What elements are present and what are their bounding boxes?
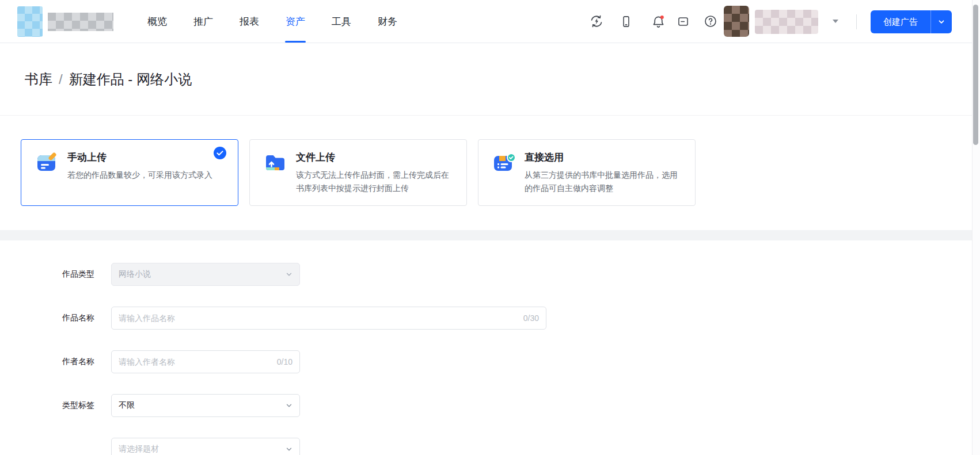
upload-method-cards: 手动上传 若您的作品数量较少，可采用该方式录入 文件上传 该方式无法上传作品封面… [0, 116, 980, 230]
direct-select-icon [492, 151, 515, 174]
breadcrumb-separator: / [59, 71, 63, 87]
work-type-label: 作品类型 [62, 269, 102, 280]
notification-dot [660, 16, 663, 19]
logo-mark [17, 6, 43, 37]
form-row-work-name: 作品名称 0/30 [62, 307, 980, 330]
theme-select[interactable]: 请选择题材 [111, 438, 300, 455]
author-name-label: 作者名称 [62, 357, 102, 367]
work-type-value: 网络小说 [119, 269, 151, 280]
create-ad-label: 创建广告 [871, 17, 930, 28]
author-name-input[interactable] [111, 350, 300, 373]
selected-check-icon [214, 147, 226, 159]
work-name-label: 作品名称 [62, 313, 102, 323]
card-description: 从第三方提供的书库中批量选用作品，选用的作品可自主做内容调整 [525, 169, 683, 195]
form-row-work-type: 作品类型 网络小说 [62, 263, 980, 286]
breadcrumb-library[interactable]: 书库 [25, 70, 52, 89]
card-direct-select[interactable]: 直接选用 从第三方提供的书库中批量选用作品，选用的作品可自主做内容调整 [478, 139, 696, 206]
create-ad-dropdown[interactable] [931, 18, 952, 25]
type-tag-select[interactable]: 不限 [111, 394, 300, 417]
nav-item-reports[interactable]: 报表 [240, 0, 259, 43]
author-name-counter: 0/10 [277, 357, 293, 366]
work-name-counter: 0/30 [523, 313, 539, 323]
type-tag-label: 类型标签 [62, 400, 102, 411]
card-title: 直接选用 [525, 151, 683, 164]
file-upload-icon [264, 151, 287, 174]
form-row-author-name: 作者名称 0/10 [62, 350, 980, 373]
card-description: 该方式无法上传作品封面，需上传完成后在书库列表中按提示进行封面上传 [296, 169, 455, 195]
chevron-down-icon [286, 402, 293, 409]
manual-upload-icon [35, 151, 58, 174]
page-title: 新建作品 - 网络小说 [69, 70, 192, 89]
account-name-blurred[interactable] [755, 10, 818, 34]
chevron-down-icon [286, 271, 293, 278]
work-type-select[interactable]: 网络小说 [111, 263, 300, 286]
nav-item-promotion[interactable]: 推广 [193, 0, 213, 43]
type-tag-value: 不限 [119, 400, 135, 411]
nav-item-tools[interactable]: 工具 [332, 0, 351, 43]
section-divider-band [0, 230, 972, 240]
card-title: 手动上传 [67, 151, 212, 164]
header-divider [856, 14, 857, 29]
title-section: 书库 / 新建作品 - 网络小说 [0, 43, 980, 116]
work-name-input[interactable] [111, 307, 546, 330]
message-icon[interactable] [674, 13, 692, 30]
card-description: 若您的作品数量较少，可采用该方式录入 [67, 169, 212, 182]
card-manual-upload[interactable]: 手动上传 若您的作品数量较少，可采用该方式录入 [21, 139, 238, 206]
chevron-down-icon [286, 446, 293, 453]
create-ad-button[interactable]: 创建广告 [871, 10, 952, 33]
card-title: 文件上传 [296, 151, 455, 164]
avatar[interactable] [724, 6, 749, 37]
nav-menu: 概览 推广 报表 资产 工具 财务 [147, 0, 397, 43]
account-caret-down-icon[interactable] [833, 20, 838, 23]
logo-placeholder[interactable] [17, 6, 113, 37]
breadcrumb: 书库 / 新建作品 - 网络小说 [25, 70, 192, 89]
theme-placeholder: 请选择题材 [119, 444, 159, 454]
nav-item-finance[interactable]: 财务 [378, 0, 397, 43]
notification-bell-icon[interactable] [649, 13, 667, 30]
quick-boost-icon[interactable] [588, 13, 605, 30]
scrollbar-thumb[interactable] [973, 5, 978, 145]
nav-item-assets[interactable]: 资产 [286, 0, 305, 43]
nav-item-overview[interactable]: 概览 [147, 0, 167, 43]
mobile-app-icon[interactable] [617, 13, 635, 30]
form-row-theme: 请选择题材 [62, 438, 980, 455]
form-row-type-tag: 类型标签 不限 [62, 394, 980, 417]
help-icon[interactable] [702, 13, 719, 30]
logo-text-blurred [48, 13, 113, 31]
top-nav: 概览 推广 报表 资产 工具 财务 [0, 0, 980, 43]
card-file-upload[interactable]: 文件上传 该方式无法上传作品封面，需上传完成后在书库列表中按提示进行封面上传 [249, 139, 467, 206]
scrollbar-track[interactable] [972, 0, 980, 455]
new-work-form: 作品类型 网络小说 作品名称 0/30 作者名称 0/10 类型标签 不限 请选… [0, 240, 980, 455]
